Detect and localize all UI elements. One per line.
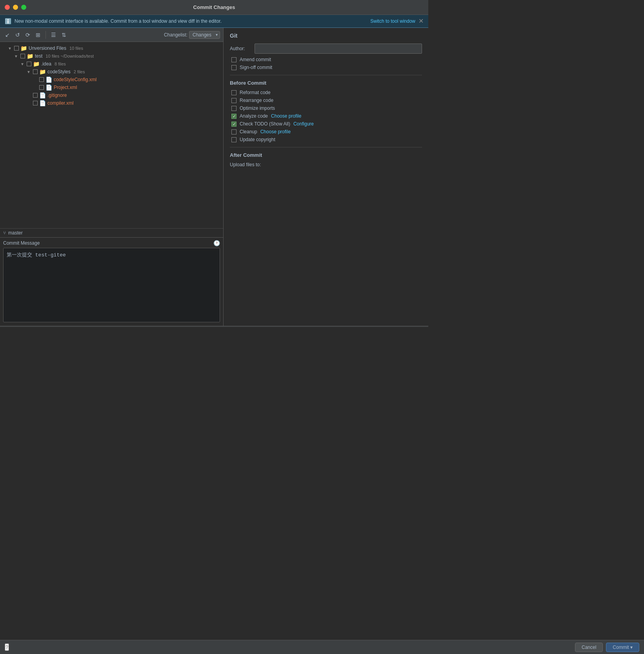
list-item[interactable]: ▼ 📄 compiler.xml [0,99,223,107]
notification-close-button[interactable]: ✕ [418,18,424,24]
section-divider-2 [230,147,422,147]
after-commit-title: After Commit [230,152,422,158]
list-item[interactable]: ▼ 📁 .idea 8 files [0,60,223,68]
left-panel: ↙ ↺ ⟳ ⊞ ☰ ⇅ Changelist: Changes ▾ ▼ 📁 Un… [0,28,224,326]
changelist-select[interactable]: Changes [189,31,220,39]
changelist-select-wrapper[interactable]: Changes ▾ [189,31,220,39]
close-button[interactable] [5,5,10,10]
file-checkbox[interactable] [33,93,38,98]
right-panel: Git Author: Amend commit Sign-off commit… [224,28,428,326]
check-todo-row: ✓ Check TODO (Show All) Configure [230,121,422,127]
file-tree: ▼ 📁 Unversioned Files 10 files ▼ 📁 test … [0,42,223,228]
list-item[interactable]: ▼ 📄 codeStyleConfig.xml [0,76,223,84]
changelist-label: Changelist: [164,32,187,38]
history-icon[interactable]: 🕐 [213,240,220,246]
update-copyright-label: Update copyright [240,137,275,142]
tree-node-meta: 10 files [69,46,83,51]
sort-button[interactable]: ⇅ [60,31,68,39]
analyze-code-checkbox[interactable]: ✓ [231,114,236,119]
cleanup-checkbox[interactable] [231,129,236,134]
cleanup-choose-profile-link[interactable]: Choose profile [260,129,291,134]
file-checkbox[interactable] [39,85,44,90]
file-checkbox[interactable] [27,62,31,66]
check-todo-label: Check TODO (Show All) [240,121,290,127]
toolbar: ↙ ↺ ⟳ ⊞ ☰ ⇅ Changelist: Changes ▾ [0,28,223,42]
file-checkbox[interactable] [33,101,38,105]
maximize-button[interactable] [21,5,26,10]
list-item[interactable]: ▼ 📁 test 10 files ~/Downloads/test [0,52,223,60]
amend-commit-row: Amend commit [230,57,422,62]
analyze-code-label: Analyze code [240,113,268,119]
list-item[interactable]: ▼ 📁 codeStyles 2 files [0,68,223,76]
file-checkbox[interactable] [33,69,38,74]
author-input[interactable] [255,44,422,54]
list-item[interactable]: ▼ 📄 Project.xml [0,84,223,91]
diff-section: ▼ Diff ↑ ↓ ✏️ ← → ☰ Side-by-side viewer … [0,326,428,327]
check-todo-configure-link[interactable]: Configure [293,121,314,127]
tree-node-label: .gitignore [47,93,67,98]
signoff-commit-label: Sign-off commit [240,65,272,70]
optimize-imports-row: Optimize imports [230,105,422,111]
tree-node-label: .idea [41,61,51,67]
xml-file-icon: 📄 [39,100,46,106]
branch-name: master [8,230,23,236]
notification-text: New non-modal commit interface is availa… [15,18,367,24]
amend-commit-checkbox[interactable] [231,57,236,62]
commit-message-input[interactable]: 第一次提交 test-gitee [3,248,220,322]
xml-file-icon: 📄 [45,76,52,83]
switch-to-tool-window-link[interactable]: Switch to tool window [370,18,415,24]
before-commit-title: Before Commit [230,80,422,86]
minimize-button[interactable] [13,5,18,10]
filter-button[interactable]: ☰ [49,31,58,39]
window-title: Commit Changes [193,4,235,10]
amend-commit-label: Amend commit [240,57,271,62]
list-item[interactable]: ▼ 📄 .gitignore [0,91,223,99]
refresh-button[interactable]: ⟳ [24,31,32,39]
folder-icon: 📁 [33,61,40,67]
xml-file-icon: 📄 [45,84,52,91]
folder-icon: 📁 [27,53,33,59]
tree-node-label: Project.xml [54,85,77,90]
move-to-changelist-button[interactable]: ↙ [3,31,12,39]
reformat-code-row: Reformat code [230,90,422,95]
optimize-imports-label: Optimize imports [240,105,275,111]
folder-icon: 📁 [20,45,27,51]
file-checkbox[interactable] [39,77,44,82]
group-by-button[interactable]: ⊞ [34,31,42,39]
notification-banner: ℹ️ New non-modal commit interface is ava… [0,15,428,28]
reformat-code-checkbox[interactable] [231,90,236,95]
tree-node-label: Unversioned Files [29,45,66,51]
folder-icon: 📁 [39,69,46,75]
rearrange-code-label: Rearrange code [240,98,273,103]
update-copyright-row: Update copyright [230,137,422,142]
signoff-commit-checkbox[interactable] [231,65,236,70]
analyze-code-choose-profile-link[interactable]: Choose profile [271,113,301,119]
commit-label-row: Commit Message 🕐 [3,240,220,246]
file-checkbox[interactable] [20,54,25,58]
update-copyright-checkbox[interactable] [231,137,236,142]
signoff-commit-row: Sign-off commit [230,65,422,70]
commit-message-section: Commit Message 🕐 第一次提交 test-gitee [0,237,223,326]
title-bar: Commit Changes [0,0,428,15]
main-container: ↙ ↺ ⟳ ⊞ ☰ ⇅ Changelist: Changes ▾ ▼ 📁 Un… [0,28,428,326]
analyze-code-row: ✓ Analyze code Choose profile [230,113,422,119]
git-section-title: Git [230,33,422,39]
check-todo-checkbox[interactable]: ✓ [231,122,236,127]
cleanup-label: Cleanup [240,129,257,134]
tree-node-meta: 10 files ~/Downloads/test [45,54,94,58]
commit-message-label: Commit Message [3,240,40,246]
section-divider [230,75,422,75]
file-checkbox[interactable] [14,46,19,51]
expand-icon: ▼ [20,62,25,66]
cleanup-row: Cleanup Choose profile [230,129,422,134]
tree-node-meta: 8 files [55,62,66,66]
rollback-button[interactable]: ↺ [13,31,22,39]
diff-header: ▼ Diff [0,326,428,327]
traffic-lights [5,5,26,10]
info-icon: ℹ️ [5,18,11,24]
list-item[interactable]: ▼ 📁 Unversioned Files 10 files [0,44,223,52]
optimize-imports-checkbox[interactable] [231,106,236,111]
rearrange-code-checkbox[interactable] [231,98,236,103]
separator [45,31,46,39]
tree-node-label: compiler.xml [47,100,74,106]
